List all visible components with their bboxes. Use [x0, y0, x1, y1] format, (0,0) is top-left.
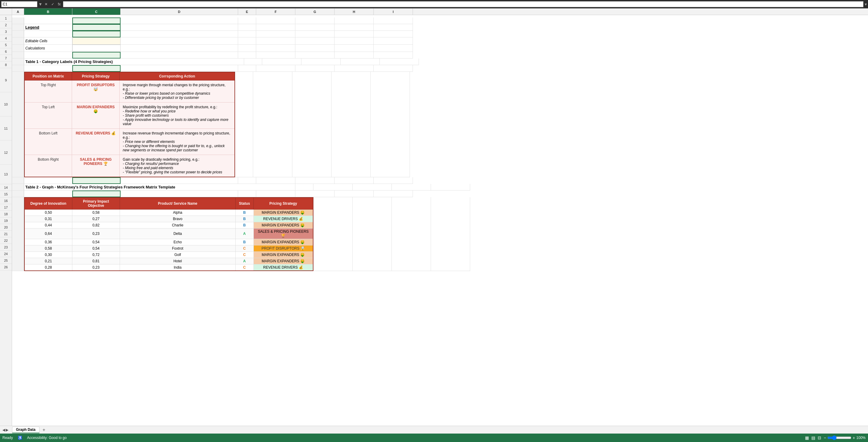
cell-b14[interactable]: [24, 177, 72, 184]
cell-a9[interactable]: [12, 72, 24, 177]
cancel-icon[interactable]: ✕: [43, 1, 49, 7]
cell-h17[interactable]: [392, 197, 431, 271]
cell-i15[interactable]: [431, 184, 470, 190]
sheet-area[interactable]: Legend: [12, 15, 868, 433]
cell-g6[interactable]: [296, 52, 335, 58]
cell-h14[interactable]: [335, 177, 374, 184]
col-header-f[interactable]: F: [256, 8, 296, 15]
col-header-c[interactable]: C: [72, 8, 121, 15]
cell-b4[interactable]: Editable Cells: [24, 37, 72, 45]
cell-e15[interactable]: [296, 184, 313, 190]
col-header-e[interactable]: E: [238, 8, 256, 15]
cell-c1[interactable]: [72, 18, 121, 24]
cell-e4[interactable]: [238, 37, 256, 45]
cell-d16[interactable]: [121, 190, 238, 197]
cell-f6[interactable]: [256, 52, 296, 58]
cell-h7[interactable]: [341, 58, 380, 65]
cell-f9[interactable]: [253, 72, 292, 177]
cell-f4[interactable]: [256, 37, 296, 45]
cell-f1[interactable]: [256, 18, 296, 24]
cell-b6[interactable]: [24, 52, 72, 58]
cell-c4-editable[interactable]: [72, 37, 121, 45]
cell-g4[interactable]: [296, 37, 335, 45]
cell-d6[interactable]: [121, 52, 238, 58]
cell-i16[interactable]: [374, 190, 413, 197]
cell-a4[interactable]: [12, 37, 24, 45]
cell-h16[interactable]: [335, 190, 374, 197]
cell-h8[interactable]: [335, 65, 374, 72]
cell-b16[interactable]: [24, 190, 72, 197]
cell-f15[interactable]: [313, 184, 352, 190]
cell-c6[interactable]: [72, 52, 121, 58]
col-header-b[interactable]: B: [24, 8, 72, 15]
cell-b5[interactable]: Calculations: [24, 45, 72, 52]
cell-e5[interactable]: [238, 45, 256, 52]
cell-c8[interactable]: [72, 65, 121, 72]
cell-i8[interactable]: [374, 65, 413, 72]
cell-h6[interactable]: [335, 52, 374, 58]
cell-d14[interactable]: [121, 177, 238, 184]
cell-d8[interactable]: [121, 65, 238, 72]
cell-e1[interactable]: [238, 18, 256, 24]
tab-next-icon[interactable]: ▶: [6, 428, 8, 432]
cell-e2[interactable]: [238, 24, 256, 31]
cell-b2[interactable]: Legend: [24, 24, 72, 31]
add-sheet-button[interactable]: +: [41, 426, 47, 433]
cell-i6[interactable]: [374, 52, 413, 58]
cell-h4[interactable]: [335, 37, 374, 45]
cell-g15[interactable]: [352, 184, 392, 190]
cell-e7[interactable]: [244, 58, 262, 65]
cell-i1[interactable]: [374, 18, 413, 24]
cell-c5-calc[interactable]: [72, 45, 121, 52]
cell-f7[interactable]: [262, 58, 301, 65]
cell-f5[interactable]: [256, 45, 296, 52]
col-header-a[interactable]: A: [12, 8, 24, 15]
cell-f8[interactable]: [256, 65, 296, 72]
cell-i4[interactable]: [374, 37, 413, 45]
cell-g14[interactable]: [296, 177, 335, 184]
cell-g5[interactable]: [296, 45, 335, 52]
cell-g7[interactable]: [301, 58, 341, 65]
cell-a2[interactable]: [12, 24, 24, 31]
cell-a6[interactable]: [12, 52, 24, 58]
cell-g3[interactable]: [296, 31, 335, 37]
cell-i2[interactable]: [374, 24, 413, 31]
cell-h3[interactable]: [335, 31, 374, 37]
col-header-h[interactable]: H: [335, 8, 374, 15]
cell-d3[interactable]: [121, 31, 238, 37]
cell-i9[interactable]: [371, 72, 410, 177]
cell-g1[interactable]: [296, 18, 335, 24]
cell-a5[interactable]: [12, 45, 24, 52]
cell-c3[interactable]: [72, 31, 121, 37]
cell-a14[interactable]: [12, 177, 24, 184]
formula-input[interactable]: [63, 1, 864, 7]
cell-f17[interactable]: [313, 197, 352, 271]
cell-h2[interactable]: [335, 24, 374, 31]
cell-a17[interactable]: [12, 197, 24, 271]
cell-h15[interactable]: [392, 184, 431, 190]
cell-d1[interactable]: [121, 18, 238, 24]
cell-d4[interactable]: [121, 37, 238, 45]
cell-a15[interactable]: [12, 184, 24, 190]
cell-g9[interactable]: [292, 72, 332, 177]
cell-a16[interactable]: [12, 190, 24, 197]
col-header-g[interactable]: G: [296, 8, 335, 15]
cell-c14[interactable]: [72, 177, 121, 184]
name-box[interactable]: C1: [1, 1, 37, 7]
cell-d5[interactable]: [121, 45, 238, 52]
cell-e6[interactable]: [238, 52, 256, 58]
formula-expand-icon[interactable]: ▾: [865, 2, 867, 7]
cell-e3[interactable]: [238, 31, 256, 37]
cell-e16[interactable]: [238, 190, 256, 197]
cell-b8[interactable]: [24, 65, 72, 72]
cell-a7[interactable]: [12, 58, 24, 65]
cell-b3[interactable]: [24, 31, 72, 37]
cell-g8[interactable]: [296, 65, 335, 72]
cell-g16[interactable]: [296, 190, 335, 197]
cell-h1[interactable]: [335, 18, 374, 24]
tab-nav-arrows[interactable]: ◀ ▶: [2, 428, 8, 432]
tab-prev-icon[interactable]: ◀: [2, 428, 5, 432]
cell-i3[interactable]: [374, 31, 413, 37]
confirm-icon[interactable]: ✓: [50, 1, 56, 7]
cell-g17[interactable]: [352, 197, 392, 271]
